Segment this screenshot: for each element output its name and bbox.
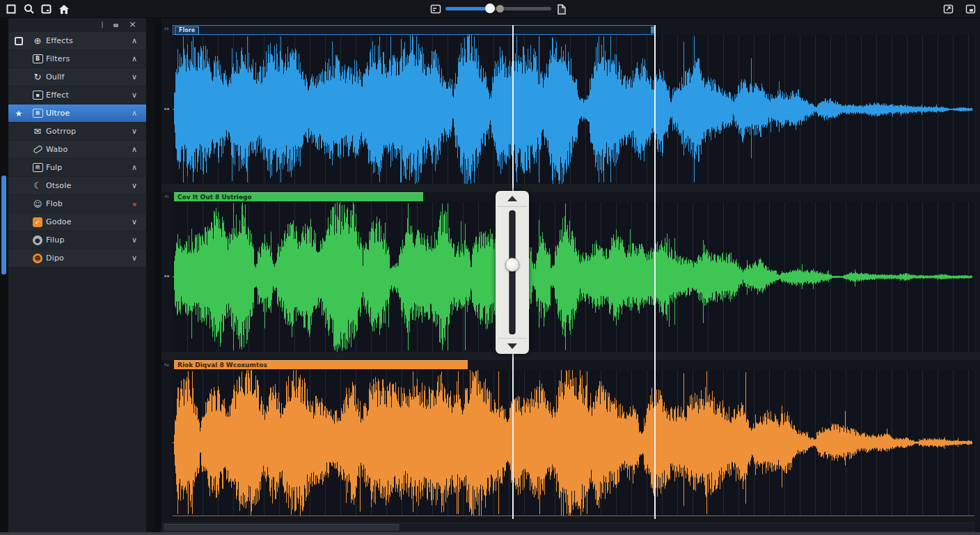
boxed-square-icon: ▪ <box>29 91 46 100</box>
vertical-zoom-slider[interactable] <box>496 191 529 354</box>
sidebar-item-label: Gotrrop <box>46 127 122 136</box>
redo-circle-icon: ↻ <box>29 72 46 82</box>
grid-box-icon: ▦ <box>29 109 46 118</box>
star-icon[interactable]: ★ <box>8 109 29 118</box>
divider <box>498 338 527 339</box>
track2-waveform[interactable] <box>173 202 974 352</box>
track1-header-row: Flore <box>161 25 980 35</box>
minimize-button[interactable] <box>113 24 118 27</box>
sidebar-item-label: Flob <box>46 199 122 208</box>
sidebar-item-label: Effect <box>46 91 122 100</box>
chat-face-icon: ☺ <box>29 199 46 209</box>
track-gutter-icon: FF <box>161 26 172 32</box>
track-separator <box>161 184 980 192</box>
track1-clip-header[interactable]: Flore <box>173 25 655 35</box>
sidebar-item-filup[interactable]: ●Filup∨ <box>8 231 146 249</box>
horizontal-scrollbar[interactable] <box>161 522 974 532</box>
close-button[interactable]: × <box>129 19 136 29</box>
sidebar-item-label: Otsole <box>46 181 122 190</box>
checkbox-icon[interactable] <box>8 37 29 45</box>
zoom-slider-fill <box>445 7 490 10</box>
track3-header-row: Riok Diqval 8 Wcoxumtos <box>161 360 980 370</box>
track3-clip-header[interactable]: Riok Diqval 8 Wcoxumtos <box>174 360 468 369</box>
chevron-down-icon[interactable]: ∨ <box>122 72 146 82</box>
track1-waveform[interactable] <box>173 35 974 184</box>
sidebar-item-ultroe[interactable]: ★▦Ultroe∧ <box>8 104 146 122</box>
chevron-up-icon[interactable]: ∧ <box>122 163 146 172</box>
chevron-down-icon[interactable]: ∨ <box>122 254 146 263</box>
search-icon[interactable] <box>22 2 36 16</box>
sidebar-scrollbar[interactable] <box>1 176 6 274</box>
boxed-b-icon: B <box>29 54 46 63</box>
sidebar-item-dipo[interactable]: ☻Dipo∨ <box>8 249 146 267</box>
pip-icon[interactable] <box>963 2 977 16</box>
envelope-icon: ✉ <box>29 126 46 137</box>
slider-up-arrow-icon[interactable] <box>507 196 517 201</box>
divider <box>498 206 527 207</box>
sidebar-header: × <box>8 18 146 32</box>
zoom-slider-secondary-handle[interactable] <box>496 5 504 13</box>
snapshot-icon[interactable] <box>39 2 53 16</box>
zoom-slider[interactable] <box>445 7 551 10</box>
sidebar-item-gotrrop[interactable]: ✉Gotrrop∨ <box>8 123 146 140</box>
sidebar-item-label: Oullf <box>46 72 122 82</box>
sidebar-item-wabo[interactable]: Wabo∧ <box>8 141 146 158</box>
sidebar-item-flob[interactable]: ☺Flob <box>8 195 146 212</box>
track-gutter-icon: m <box>161 194 172 199</box>
chevron-up-icon[interactable]: ∧ <box>122 145 146 154</box>
chevron-up-icon[interactable]: ∧ <box>122 54 146 63</box>
slider-down-arrow-icon[interactable] <box>507 343 517 349</box>
notification-dot <box>122 199 146 208</box>
bottom-strip <box>161 516 980 522</box>
track2-clip-header[interactable]: Cov It Out 8 Ustriego <box>174 192 423 201</box>
pill-icon <box>29 147 46 152</box>
sidebar-item-label: Ultroe <box>46 109 122 118</box>
chevron-down-icon[interactable]: ∨ <box>122 217 146 226</box>
sidebar-item-label: Fulp <box>46 163 122 172</box>
sidebar-item-label: Godoe <box>46 217 122 226</box>
horizontal-scrollbar-thumb[interactable] <box>164 524 400 531</box>
chevron-up-icon[interactable]: ∧ <box>122 36 146 45</box>
home-icon[interactable] <box>57 2 71 16</box>
sidebar-item-label: Dipo <box>46 254 122 263</box>
sidebar-item-filters[interactable]: BFilters∧ <box>8 50 146 68</box>
expand-icon[interactable] <box>941 2 955 16</box>
sidebar-item-effects[interactable]: ⊕Effects∧ <box>8 32 146 49</box>
sidebar-item-label: Effects <box>46 36 122 45</box>
timeline-area: Flore Cov It Out 8 Ustriego Riok Diqval … <box>161 18 980 535</box>
sidebar-item-godoe[interactable]: ✓Godoe∨ <box>8 213 146 231</box>
chevron-up-icon[interactable]: ∧ <box>122 109 146 118</box>
document-icon[interactable] <box>554 2 568 16</box>
sidebar-item-label: Filters <box>46 54 122 63</box>
sidebar-item-otsole[interactable]: ☾Otsole∨ <box>8 177 146 194</box>
sidebar-item-effect[interactable]: ▪Effect∨ <box>8 86 146 104</box>
divider <box>102 22 103 28</box>
track3-waveform[interactable] <box>173 370 974 515</box>
chevron-down-icon[interactable]: ∨ <box>122 181 146 190</box>
window-bottom-edge <box>0 532 980 535</box>
sidebar-item-fulp[interactable]: ▤Fulp∧ <box>8 159 146 176</box>
move-arrows-icon: ⊕ <box>29 36 46 46</box>
effects-sidebar: × ⊕Effects∧BFilters∧↻Oullf∨▪Effect∨★▦Ult… <box>8 18 153 535</box>
gray-circle-icon: ● <box>29 235 46 245</box>
chevron-down-icon[interactable]: ∨ <box>122 235 146 245</box>
top-toolbar <box>0 0 980 18</box>
sidebar-item-oullf[interactable]: ↻Oullf∨ <box>8 68 146 86</box>
moon-icon: ☾ <box>29 180 46 191</box>
window-icon[interactable] <box>4 2 18 16</box>
slider-track[interactable] <box>509 210 516 334</box>
panel-icon[interactable] <box>429 2 443 16</box>
chevron-down-icon[interactable]: ∨ <box>122 127 146 136</box>
track-gutter-icon: ▪▪ <box>161 106 172 111</box>
image-box-icon: ▤ <box>29 163 46 172</box>
left-edge-strip <box>0 18 8 535</box>
track-gutter-icon: ▪▪ <box>161 273 172 279</box>
slider-knob[interactable] <box>505 258 519 272</box>
orange-face-icon: ☻ <box>29 254 46 263</box>
track-gutter-icon: Fe <box>161 362 172 368</box>
track-separator <box>161 352 980 360</box>
loop-marker-line[interactable] <box>654 25 656 519</box>
track1-clip-label[interactable]: Flore <box>175 26 199 35</box>
zoom-slider-handle[interactable] <box>485 3 495 13</box>
chevron-down-icon[interactable]: ∨ <box>122 91 146 100</box>
